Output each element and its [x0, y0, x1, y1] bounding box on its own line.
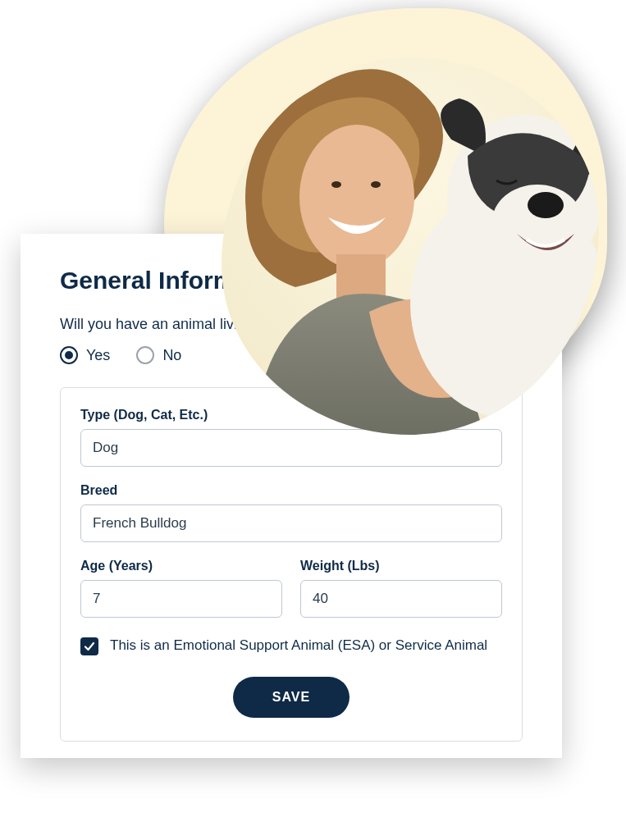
save-button[interactable]: SAVE	[233, 677, 350, 718]
svg-point-10	[562, 410, 599, 435]
age-input[interactable]	[80, 580, 282, 618]
radio-yes-label: Yes	[86, 347, 110, 364]
weight-input[interactable]	[300, 580, 502, 618]
weight-label: Weight (Lbs)	[300, 559, 502, 573]
animal-details-form: Type (Dog, Cat, Etc.) Breed Age (Years) …	[60, 387, 523, 742]
radio-circle-icon	[60, 346, 78, 364]
radio-dot-icon	[65, 351, 73, 359]
check-icon	[84, 641, 95, 652]
esa-checkbox[interactable]	[80, 637, 98, 655]
svg-point-8	[528, 192, 564, 218]
age-label: Age (Years)	[80, 559, 282, 573]
svg-point-4	[371, 181, 381, 188]
type-input[interactable]	[80, 429, 502, 467]
esa-checkbox-label: This is an Emotional Support Animal (ESA…	[110, 636, 487, 655]
radio-no-label: No	[162, 347, 181, 364]
radio-no[interactable]: No	[136, 346, 181, 364]
radio-yes[interactable]: Yes	[60, 346, 110, 364]
breed-label: Breed	[80, 483, 502, 498]
svg-point-1	[299, 125, 414, 269]
radio-circle-icon	[136, 346, 154, 364]
esa-checkbox-row[interactable]: This is an Emotional Support Animal (ESA…	[80, 636, 502, 655]
breed-input[interactable]	[80, 504, 502, 542]
svg-point-3	[331, 181, 341, 188]
